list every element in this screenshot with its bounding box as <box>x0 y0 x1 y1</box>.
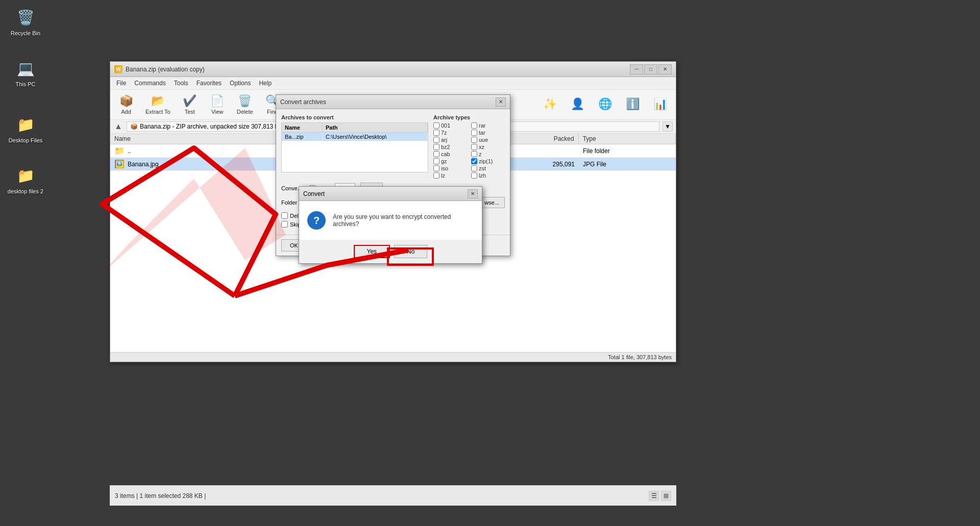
toolbar-extract-to[interactable]: 📂 Extract To <box>141 92 175 117</box>
rar-checkbox[interactable] <box>471 122 477 129</box>
recycle-bin-icon[interactable]: 🗑️ Recycle Bin <box>5 5 46 39</box>
toolbar-extra-3[interactable]: 🌐 <box>592 95 618 114</box>
this-pc-image: 💻 <box>15 58 36 79</box>
chart-icon: 📊 <box>653 97 667 111</box>
file-type: File folder <box>579 146 676 156</box>
close-button[interactable]: ✕ <box>658 64 672 74</box>
xz-checkbox[interactable] <box>471 144 477 150</box>
archive-type-iso: iso <box>433 165 467 171</box>
view-mode-grid[interactable]: ⊞ <box>661 491 671 501</box>
file-name: .. <box>128 147 131 155</box>
view-mode-list[interactable]: ☰ <box>649 491 659 501</box>
archive-type-001: 001 <box>433 122 467 129</box>
confirm-buttons: Yes No <box>299 240 482 263</box>
no-button[interactable]: No <box>394 245 427 258</box>
archive-type-tar: tar <box>471 130 505 136</box>
cab-checkbox[interactable] <box>433 151 439 157</box>
titlebar-left: W Banana.zip (evaluation copy) <box>114 65 205 73</box>
view-label: View <box>211 109 224 115</box>
skip-encrypted-checkbox[interactable] <box>281 221 288 228</box>
convert-dialog-close[interactable]: ✕ <box>496 97 506 107</box>
gz-checkbox[interactable] <box>433 158 439 164</box>
menu-favorites[interactable]: Favorites <box>192 78 226 88</box>
uue-checkbox[interactable] <box>471 137 477 143</box>
confirm-close-button[interactable]: ✕ <box>468 189 478 198</box>
sparkle-icon: ✨ <box>543 97 557 111</box>
toolbar-delete[interactable]: 🗑️ Delete <box>232 92 258 117</box>
zst-label: zst <box>479 165 486 171</box>
archive-path: C:\Users\Vince\Desktop\ <box>323 133 428 141</box>
iso-checkbox[interactable] <box>433 165 439 171</box>
convert-dialog-title: Convert archives <box>280 98 326 106</box>
archive-types-header: Archive types <box>433 114 505 120</box>
arj-checkbox[interactable] <box>433 137 439 143</box>
status-text: Total 1 file, 307,813 bytes <box>608 354 672 360</box>
winrar-icon: W <box>114 65 122 73</box>
menu-commands[interactable]: Commands <box>130 78 169 88</box>
archive-type-uue: uue <box>471 137 505 143</box>
folder-browse-button[interactable]: wse... <box>479 197 505 208</box>
test-label: Test <box>185 109 195 115</box>
archive-type-7z: 7z <box>433 130 467 136</box>
menu-file[interactable]: File <box>112 78 130 88</box>
toolbar-extra-2[interactable]: 👤 <box>565 95 590 114</box>
archive-name: Ba...zip <box>282 133 323 141</box>
jpg-icon: 🖼️ <box>114 159 125 169</box>
toolbar-extra-1[interactable]: ✨ <box>537 95 562 114</box>
delete-icon: 🗑️ <box>238 94 252 108</box>
col-path-header: Path <box>323 123 428 132</box>
menu-help[interactable]: Help <box>255 78 276 88</box>
extract-to-icon: 📂 <box>151 94 165 108</box>
file-type: JPG File <box>579 159 676 169</box>
zip1-label: zip(1) <box>479 158 493 164</box>
extract-to-label: Extract To <box>145 109 170 115</box>
folder-up-icon: 📁 <box>114 146 125 156</box>
back-button[interactable]: ▲ <box>113 121 124 132</box>
zst-checkbox[interactable] <box>471 165 477 171</box>
zip1-checkbox[interactable] <box>471 158 477 164</box>
maximize-button[interactable]: □ <box>644 64 657 74</box>
archive-type-lz: lz <box>433 172 467 179</box>
file-name: Banana.jpg <box>128 161 159 168</box>
001-checkbox[interactable] <box>433 122 439 129</box>
desktop-files-2-icon[interactable]: 📁 desktop files 2 <box>5 163 46 197</box>
archive-type-z: z <box>471 151 505 157</box>
confirm-body: ? Are you sure you want to encrypt conve… <box>299 201 482 240</box>
z-checkbox[interactable] <box>471 151 477 157</box>
toolbar-test[interactable]: ✔️ Test <box>177 92 203 117</box>
confirm-titlebar: Convert ✕ <box>299 187 482 201</box>
toolbar-extra-4[interactable]: ℹ️ <box>620 95 645 114</box>
desktop-files-icon[interactable]: 📁 Desktop Files <box>5 112 46 146</box>
bz2-checkbox[interactable] <box>433 144 439 150</box>
this-pc-label: This PC <box>15 81 35 88</box>
toolbar-add[interactable]: 📦 Add <box>113 92 139 117</box>
archives-table: Name Path Ba...zip C:\Users\Vince\Deskto… <box>281 122 428 172</box>
archives-table-header: Name Path <box>282 123 428 133</box>
lzh-checkbox[interactable] <box>471 172 477 179</box>
yes-button[interactable]: Yes <box>354 245 390 258</box>
address-text: Banana.zip - ZIP archive, unpacked size … <box>140 123 281 130</box>
7z-checkbox[interactable] <box>433 130 439 136</box>
address-dropdown[interactable]: ▼ <box>663 121 673 132</box>
confirm-question-icon: ? <box>307 211 326 230</box>
menubar: File Commands Tools Favorites Options He… <box>110 77 676 90</box>
menu-tools[interactable]: Tools <box>170 78 192 88</box>
toolbar-view[interactable]: 📄 View <box>205 92 230 117</box>
delete-original-checkbox[interactable] <box>281 212 288 219</box>
col-type[interactable]: Type <box>579 134 676 144</box>
toolbar-extra-5[interactable]: 📊 <box>647 95 673 114</box>
user-icon: 👤 <box>571 97 584 111</box>
view-icon: 📄 <box>210 94 224 108</box>
col-name-header: Name <box>282 123 323 132</box>
lz-checkbox[interactable] <box>433 172 439 179</box>
this-pc-icon[interactable]: 💻 This PC <box>5 56 46 90</box>
tar-checkbox[interactable] <box>471 130 477 136</box>
recycle-bin-label: Recycle Bin <box>11 30 40 37</box>
tar-label: tar <box>479 130 485 136</box>
winrar-title: Banana.zip (evaluation copy) <box>126 66 205 73</box>
status-bar: Total 1 file, 307,813 bytes <box>110 352 676 362</box>
lz-label: lz <box>441 172 445 179</box>
minimize-button[interactable]: ─ <box>630 64 643 74</box>
menu-options[interactable]: Options <box>226 78 255 88</box>
archive-table-row[interactable]: Ba...zip C:\Users\Vince\Desktop\ <box>282 133 428 141</box>
